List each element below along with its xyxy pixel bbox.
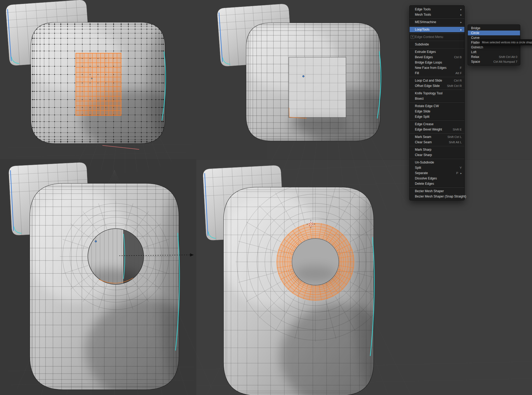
menu-item-label: Clear Sharp [415, 153, 462, 157]
menu-item-rotate-edge-cw[interactable]: Rotate Edge CW [410, 103, 464, 109]
menu-separator [410, 120, 464, 121]
menu-separator [410, 18, 464, 19]
submenu-item-gstretch[interactable]: Gstretch [468, 45, 520, 50]
menu-item-label: Mark Sharp [415, 148, 462, 152]
menu-item-label: Offset Edge Slide [415, 84, 443, 88]
menu-separator [410, 133, 464, 133]
menu-item-label: Edge Slide [415, 110, 462, 113]
menu-item-offset-edge-slide[interactable]: Offset Edge SlideShift Ctrl R [410, 83, 464, 89]
menu-item-label: Edge Bevel Weight [415, 128, 448, 131]
viewport-top-left[interactable] [0, 0, 266, 159]
menu-item-extrude-edges[interactable]: Extrude Edges [410, 49, 464, 54]
menu-separator [410, 102, 464, 103]
submenu-item-bridge[interactable]: Bridge [468, 26, 520, 31]
submenu-item-space[interactable]: SpaceCtrl Alt Numpad 7 [468, 59, 520, 64]
menu-item-bridge-edge-loops[interactable]: Bridge Edge Loops [410, 60, 464, 65]
menu-item-label: Clear Seam [415, 140, 444, 144]
menu-item-looptools[interactable]: LoopTools [410, 27, 464, 32]
menu-item-new-face-from-edges[interactable]: New Face from EdgesF [410, 65, 464, 70]
submenu-arrow-icon [460, 20, 462, 24]
viewport-bottom-right[interactable] [196, 159, 532, 395]
menu-item-shortcut: Shift E [453, 128, 462, 131]
menu-card-icon [411, 35, 414, 39]
menu-item-label: Bevel Edges [415, 55, 450, 59]
menu-item-bezier-mesh-shaper[interactable]: Bezier Mesh Shaper [410, 188, 464, 194]
menu-item-shortcut: Y [460, 166, 462, 169]
menu-item-edge-context-menu[interactable]: Edge Context Menu [410, 34, 464, 40]
menu-item-label: Dissolve Edges [415, 177, 462, 180]
menu-item-label: Mark Seam [415, 135, 443, 139]
menu-item-loop-cut-and-slide[interactable]: Loop Cut and SlideCtrl R [410, 78, 464, 83]
menu-item-label: Bezier Mesh Shaper [415, 189, 462, 193]
menu-item-subdivide[interactable]: Subdivide [410, 42, 464, 47]
menu-item-label: Space [471, 60, 489, 64]
menu-item-delete-edges[interactable]: Delete Edges [410, 181, 464, 186]
menu-item-label: Loop Cut and Slide [415, 79, 450, 82]
menu-item-label: Bridge [471, 26, 517, 30]
menu-item-label: Edge Tools [415, 7, 458, 11]
menu-item-label: Loft [471, 50, 517, 54]
menu-item-shortcut: Ctrl B [454, 56, 462, 59]
submenu-arrow-icon [460, 28, 462, 31]
menu-item-label: Edge Context Menu [415, 35, 462, 39]
menu-item-mark-seam[interactable]: Mark SeamShift Ctrl L [410, 134, 464, 140]
edge-context-menu: Edge Tools Mesh Tools MESHmachine LoopTo… [409, 5, 465, 200]
menu-separator [410, 48, 464, 48]
menu-item-label: LoopTools [415, 28, 458, 31]
menu-item-shortcut: P [456, 171, 458, 175]
menu-item-clear-seam[interactable]: Clear SeamShift Alt L [410, 140, 464, 145]
menu-item-edge-slide[interactable]: Edge Slide [410, 109, 464, 114]
menu-item-bezier-mesh-shaper-snap-straight[interactable]: Bezier Mesh Shaper (Snap Straight) [410, 194, 464, 199]
menu-item-split[interactable]: SplitY [410, 165, 464, 170]
menu-separator [410, 40, 464, 41]
menu-item-meshmachine[interactable]: MESHmachine [410, 19, 464, 25]
tooltip: Move selected vertices into a circle sha… [480, 39, 532, 45]
menu-item-label: Bezier Mesh Shaper (Snap Straight) [415, 195, 466, 198]
menu-item-label: Circle [471, 31, 517, 35]
menu-item-edge-split[interactable]: Edge Split [410, 114, 464, 119]
menu-item-un-subdivide[interactable]: Un-Subdivide [410, 160, 464, 165]
submenu-item-relax[interactable]: RelaxShift Ctrl Alt 0 [468, 54, 520, 59]
menu-separator [410, 89, 464, 90]
submenu-item-loft[interactable]: Loft [468, 50, 520, 54]
menu-item-mark-sharp[interactable]: Mark Sharp [410, 147, 464, 152]
menu-separator [410, 146, 464, 146]
menu-separator [410, 158, 464, 159]
menu-item-label: Extrude Edges [415, 50, 462, 54]
menu-item-edge-tools[interactable]: Edge Tools [410, 7, 464, 12]
menu-item-shortcut: Shift Alt L [449, 141, 462, 144]
submenu-arrow-icon [460, 7, 462, 11]
menu-item-label: Fill [415, 71, 451, 75]
menu-item-shortcut: Shift Ctrl R [447, 84, 462, 87]
menu-item-bisect[interactable]: Bisect [410, 96, 464, 101]
menu-item-label: Curve [471, 36, 517, 40]
menu-item-label: Edge Split [415, 115, 462, 119]
menu-item-dissolve-edges[interactable]: Dissolve Edges [410, 176, 464, 181]
menu-item-label: Rotate Edge CW [415, 104, 462, 108]
blender-screenshot-collage: Edge Tools Mesh Tools MESHmachine LoopTo… [0, 0, 532, 395]
submenu-item-circle[interactable]: Circle [468, 31, 520, 35]
menu-item-label: Un-Subdivide [415, 161, 462, 164]
menu-item-bevel-edges[interactable]: Bevel EdgesCtrl B [410, 54, 464, 60]
menu-item-shortcut: F [460, 66, 462, 69]
menu-item-label: Split [415, 166, 455, 170]
menu-item-label: Gstretch [471, 45, 517, 49]
menu-separator [410, 33, 464, 33]
menu-item-mesh-tools[interactable]: Mesh Tools [410, 12, 464, 17]
viewport-bottom-left[interactable] [0, 159, 196, 395]
menu-item-edge-crease[interactable]: Edge Crease [410, 121, 464, 127]
menu-item-shortcut: Alt F [455, 72, 462, 75]
menu-item-knife-topology-tool[interactable]: Knife Topology Tool [410, 91, 464, 96]
menu-item-edge-bevel-weight[interactable]: Edge Bevel WeightShift E [410, 127, 464, 132]
menu-item-clear-sharp[interactable]: Clear Sharp [410, 152, 464, 158]
menu-item-fill[interactable]: FillAlt F [410, 70, 464, 76]
menu-item-shortcut: Shift Ctrl L [447, 135, 462, 138]
menu-item-label: Separate [415, 171, 452, 175]
menu-item-label: New Face from Edges [415, 66, 456, 70]
menu-item-shortcut: Ctrl Alt Numpad 7 [493, 60, 517, 63]
menu-item-label: Subdivide [415, 43, 462, 46]
menu-separator [410, 77, 464, 77]
menu-item-separate[interactable]: SeparateP [410, 170, 464, 176]
menu-item-label: Bridge Edge Loops [415, 61, 462, 64]
menu-item-label: Edge Crease [415, 122, 462, 126]
